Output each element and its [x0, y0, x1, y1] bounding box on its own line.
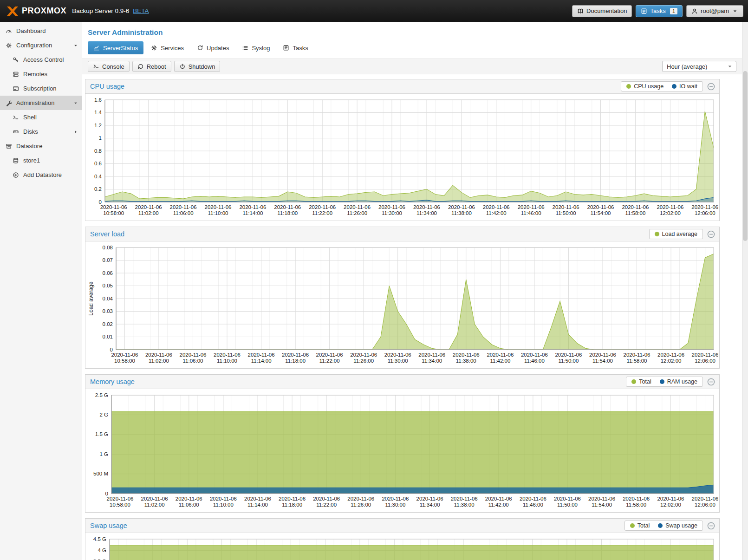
panel-mem: Memory usageTotalRAM usage0500 M1 G1.5 G…	[85, 374, 720, 513]
legend-item: RAM usage	[660, 378, 697, 385]
svg-text:12:02:00: 12:02:00	[660, 502, 681, 508]
svg-text:1.2: 1.2	[94, 123, 102, 128]
svg-text:2020-11-06: 2020-11-06	[657, 204, 683, 210]
svg-text:2020-11-06: 2020-11-06	[623, 496, 650, 501]
svg-text:11:34:00: 11:34:00	[420, 502, 440, 508]
tasks-button[interactable]: Tasks 1	[636, 5, 683, 17]
svg-text:2020-11-06: 2020-11-06	[483, 204, 510, 210]
legend-dot	[658, 523, 663, 528]
sidebar-item-label: Shell	[23, 114, 37, 121]
proxmox-x-mark	[7, 6, 19, 16]
svg-text:0.07: 0.07	[103, 257, 113, 263]
page-title: Server Administration	[88, 28, 742, 37]
sidebar-item-store1[interactable]: store1	[0, 153, 82, 168]
svg-text:12:06:00: 12:06:00	[695, 358, 715, 364]
svg-text:11:50:00: 11:50:00	[556, 210, 576, 216]
range-select[interactable]: Hour (average)	[662, 61, 736, 72]
svg-text:12:02:00: 12:02:00	[661, 358, 682, 364]
tab-syslog[interactable]: Syslog	[236, 41, 275, 54]
svg-text:11:42:00: 11:42:00	[486, 210, 507, 216]
legend-label: IO wait	[679, 83, 697, 90]
sidebar-item-disks[interactable]: Disks	[0, 124, 82, 139]
sidebar-item-dashboard[interactable]: Dashboard	[0, 24, 82, 38]
tasks-count-badge: 1	[670, 8, 677, 14]
svg-text:2020-11-06: 2020-11-06	[141, 496, 168, 501]
svg-text:2020-11-06: 2020-11-06	[313, 496, 340, 501]
sidebar-item-label: Configuration	[16, 42, 52, 49]
tab-tasks[interactable]: Tasks	[277, 41, 313, 54]
collapse-panel-button[interactable]	[707, 378, 715, 386]
collapse-panel-button[interactable]	[707, 83, 715, 91]
reboot-button[interactable]: Reboot	[132, 61, 171, 72]
panel-header: Memory usageTotalRAM usage	[85, 375, 719, 389]
chart-cpu: 00.20.40.60.811.21.41.62020-11-0610:58:0…	[85, 94, 719, 221]
sidebar-item-remotes[interactable]: Remotes	[0, 67, 82, 81]
panel-load: Server loadLoad average00.010.020.030.04…	[85, 227, 720, 369]
tab-updates[interactable]: Updates	[191, 41, 234, 54]
sidebar-item-access-control[interactable]: Access Control	[0, 52, 82, 67]
svg-text:11:14:00: 11:14:00	[251, 358, 272, 364]
user-menu-button[interactable]: root@pam	[686, 5, 743, 17]
gauge-icon	[6, 28, 12, 34]
svg-text:0: 0	[110, 347, 113, 352]
documentation-button[interactable]: Documentation	[572, 5, 632, 17]
svg-text:2020-11-06: 2020-11-06	[554, 496, 581, 501]
sidebar-item-datastore[interactable]: Datastore	[0, 139, 82, 153]
collapse-panel-button[interactable]	[707, 230, 715, 238]
sidebar-item-configuration[interactable]: Configuration	[0, 38, 82, 52]
svg-text:12:06:00: 12:06:00	[695, 502, 715, 508]
sidebar-item-shell[interactable]: Shell	[0, 110, 82, 124]
svg-text:11:58:00: 11:58:00	[625, 210, 645, 216]
collapse-panel-button[interactable]	[707, 522, 715, 530]
user-label: root@pam	[701, 7, 729, 14]
beta-link[interactable]: BETA	[133, 7, 149, 14]
legend-item: Swap usage	[658, 522, 697, 529]
svg-text:12:06:00: 12:06:00	[695, 210, 715, 216]
sidebar-item-add-datastore[interactable]: Add Datastore	[0, 168, 82, 182]
svg-text:11:22:00: 11:22:00	[319, 358, 340, 364]
svg-text:2020-11-06: 2020-11-06	[451, 496, 478, 501]
svg-text:2020-11-06: 2020-11-06	[521, 352, 548, 358]
svg-text:2020-11-06: 2020-11-06	[587, 204, 614, 210]
shutdown-button[interactable]: Shutdown	[174, 61, 221, 72]
tab-label: Services	[161, 45, 184, 52]
svg-text:0.2: 0.2	[94, 186, 102, 192]
tab-services[interactable]: Services	[145, 41, 189, 54]
svg-text:0.8: 0.8	[94, 148, 102, 154]
scrollbar-thumb[interactable]	[743, 71, 748, 241]
range-select-value: Hour (average)	[667, 63, 707, 70]
refresh-icon	[197, 45, 203, 51]
svg-text:2020-11-06: 2020-11-06	[170, 204, 197, 210]
svg-text:2020-11-06: 2020-11-06	[589, 352, 616, 358]
svg-text:2020-11-06: 2020-11-06	[282, 352, 309, 358]
svg-text:11:46:00: 11:46:00	[521, 210, 541, 216]
button-label: Reboot	[147, 63, 166, 70]
legend-label: Swap usage	[665, 522, 697, 529]
reboot-icon	[137, 63, 144, 70]
svg-text:2020-11-06: 2020-11-06	[210, 496, 237, 501]
card-icon	[13, 85, 19, 92]
tab-serverstatus[interactable]: ServerStatus	[88, 41, 143, 54]
svg-text:2020-11-06: 2020-11-06	[692, 496, 718, 501]
svg-text:2020-11-06: 2020-11-06	[111, 352, 138, 358]
svg-text:11:02:00: 11:02:00	[149, 358, 169, 364]
svg-text:11:14:00: 11:14:00	[247, 502, 268, 508]
toolbar-buttons: ConsoleRebootShutdown	[88, 61, 220, 72]
sidebar-item-subscription[interactable]: Subscription	[0, 81, 82, 96]
chart-swap: 0500 M1 G1.5 G2 G2.5 G3 G3.5 G4 G4.5 G20…	[85, 533, 719, 560]
svg-text:2020-11-06: 2020-11-06	[485, 496, 512, 501]
svg-text:2020-11-06: 2020-11-06	[588, 496, 615, 501]
chart-icon	[93, 45, 100, 51]
sidebar-item-administration[interactable]: Administration	[0, 96, 82, 110]
legend-label: Total	[637, 522, 650, 529]
svg-text:11:18:00: 11:18:00	[277, 210, 298, 216]
vertical-scrollbar[interactable]	[742, 22, 748, 560]
console-button[interactable]: Console	[88, 61, 130, 72]
legend-item: IO wait	[672, 83, 697, 90]
svg-text:2020-11-06: 2020-11-06	[416, 496, 443, 501]
documentation-label: Documentation	[586, 7, 627, 14]
db-icon	[13, 157, 19, 164]
tab-label: Updates	[207, 45, 229, 52]
svg-text:0.6: 0.6	[94, 161, 102, 166]
terminal-icon	[13, 114, 19, 121]
